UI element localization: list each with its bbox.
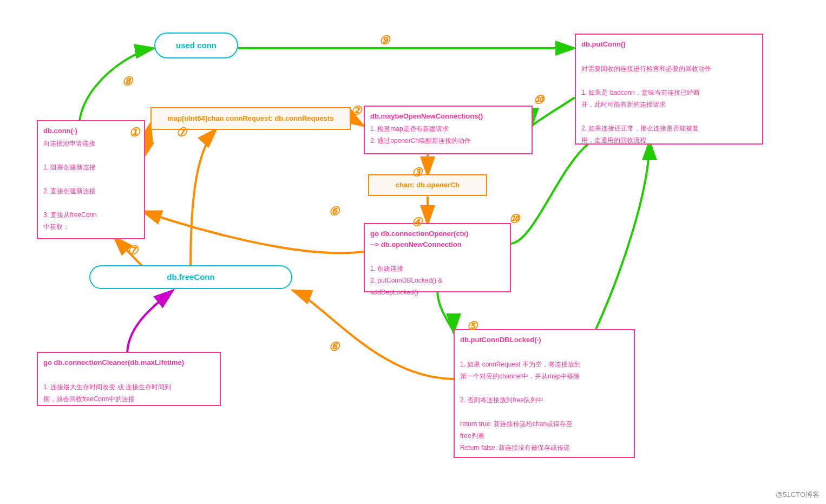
- connection-opener-desc2: 1. 创建连接: [370, 264, 504, 273]
- connection-opener-desc4: addDepLocked(): [370, 287, 504, 297]
- db-put-conn-title: db.putConn(): [581, 39, 757, 50]
- db-put-conn-desc2: [581, 76, 757, 86]
- label-5: ⑤: [467, 319, 477, 333]
- opener-ch-node: chan: db.openerCh: [368, 174, 487, 196]
- put-conn-db-locked-desc2: 1. 如果 connRequest 不为空，将连接放到: [460, 359, 628, 369]
- connection-cleaner-desc3: 期，就会回收freeConn中的连接: [43, 394, 214, 404]
- connection-opener-desc1: [370, 252, 504, 261]
- free-conn-node: db.freeConn: [89, 265, 292, 289]
- db-put-conn-desc5: [581, 112, 757, 121]
- used-conn-label: used conn: [176, 40, 217, 52]
- put-conn-db-locked-desc6: [460, 407, 628, 417]
- db-conn-desc6: [43, 198, 139, 208]
- connection-cleaner-title: go db.connectionCleaner(db.maxLifetime): [43, 357, 214, 368]
- db-conn-desc1: 向连接池申请连接: [43, 139, 139, 148]
- put-conn-db-locked-desc1: [460, 348, 628, 357]
- put-conn-db-locked-desc3: 第一个对应的channel中，并从map中移除: [460, 371, 628, 381]
- db-conn-desc3: 1. 阻塞创建新连接: [43, 162, 139, 172]
- put-conn-db-locked-desc5: 2. 否则将连接放到free队列中: [460, 395, 628, 405]
- label-6b: ⑥: [329, 340, 339, 354]
- db-put-conn-desc1: 对需要回收的连接进行检查和必要的回收动作: [581, 64, 757, 74]
- put-conn-db-locked-node: db.putConnDBLocked(·) 1. 如果 connRequest …: [454, 329, 635, 458]
- connection-opener-node: go db.connectionOpener(ctx) --> db.openN…: [364, 223, 511, 292]
- put-conn-db-locked-desc8: free列表: [460, 431, 628, 441]
- diagram-canvas: db.putConn() (green, top) -->: [0, 0, 826, 504]
- put-conn-db-locked-desc9: Return false: 新连接没有被保存或传递: [460, 443, 628, 453]
- label-1: ①: [129, 126, 140, 140]
- free-conn-label: db.freeConn: [167, 271, 214, 284]
- label-9: ⑨: [379, 34, 390, 48]
- db-put-conn-desc0: [581, 52, 757, 62]
- label-10b: ⑩: [509, 212, 520, 226]
- maybe-open-desc2: 2. 通过openerCh唤醒新连接的动作: [370, 136, 526, 146]
- db-conn-desc2: [43, 150, 139, 160]
- maybe-open-desc1: 1. 检查map是否有新建请求: [370, 124, 526, 134]
- db-conn-desc8: 中获取；: [43, 222, 139, 232]
- svg-line-7: [351, 118, 364, 126]
- put-conn-db-locked-title: db.putConnDBLocked(·): [460, 335, 628, 345]
- label-2: ②: [351, 104, 362, 118]
- db-conn-desc7: 3. 直接从freeConn: [43, 210, 139, 220]
- used-conn-node: used conn: [154, 32, 238, 58]
- db-conn-desc4: [43, 174, 139, 184]
- label-3: ③: [411, 166, 422, 180]
- conn-requests-title: map[uInt64]chan connRequest: db.connRequ…: [168, 113, 334, 124]
- opener-ch-title: chan: db.openerCh: [396, 180, 460, 191]
- db-put-conn-desc7: 用，走通用的回收流程: [581, 135, 757, 145]
- db-put-conn-node: db.putConn() 对需要回收的连接进行检查和必要的回收动作 1. 如果是…: [575, 34, 763, 145]
- label-10a: ⑩: [533, 93, 544, 107]
- db-put-conn-desc6: 2. 如果连接还正常，那么连接是否能被复: [581, 123, 757, 133]
- label-4: ④: [411, 215, 422, 230]
- connection-opener-desc3: 2. putConnDBLocked() &: [370, 276, 504, 285]
- db-put-conn-desc4: 开，此时可能有新的连接请求: [581, 100, 757, 109]
- db-put-conn-desc3: 1. 如果是 badconn，意味当前连接已经断: [581, 88, 757, 97]
- connection-cleaner-node: go db.connectionCleaner(db.maxLifetime) …: [37, 352, 221, 406]
- label-7a: ⑦: [176, 126, 187, 140]
- maybe-open-node: db.maybeOpenNewConnections() 1. 检查map是否有…: [364, 106, 533, 154]
- watermark: @51CTO博客: [776, 490, 820, 500]
- put-conn-db-locked-desc4: [460, 383, 628, 393]
- db-conn-desc5: 2. 直接创建新连接: [43, 186, 139, 196]
- label-8: ⑧: [122, 75, 133, 89]
- maybe-open-title: db.maybeOpenNewConnections(): [370, 111, 526, 122]
- connection-cleaner-desc1: [43, 370, 214, 380]
- connection-cleaner-desc2: 1. 连接最大生存时间改变 或 连接生存时间到: [43, 382, 214, 392]
- connection-opener-subtitle: --> db.openNewConnection: [370, 239, 504, 250]
- label-7b: ⑦: [127, 244, 138, 258]
- label-6a: ⑥: [329, 205, 339, 219]
- put-conn-db-locked-desc7: return true: 新连接传递给chan或保存至: [460, 419, 628, 429]
- db-conn-title: db.conn(·): [43, 126, 139, 136]
- connection-opener-title: go db.connectionOpener(ctx): [370, 228, 504, 239]
